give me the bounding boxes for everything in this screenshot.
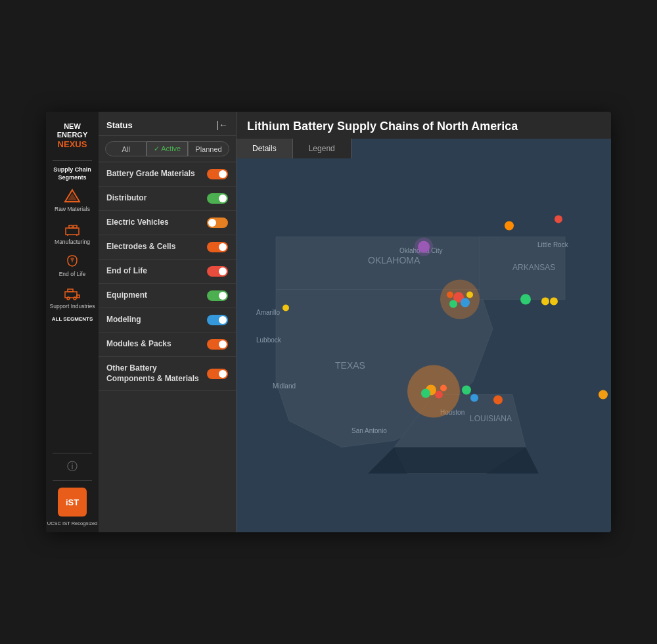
bottom-divider2: [53, 480, 92, 481]
ucsc-label: UCSC IST Recognized: [47, 520, 98, 527]
sidebar: NEW ENERGY NEXUS Supply Chain Segments R…: [46, 112, 99, 532]
filter-item-modules: Modules & Packs: [99, 333, 236, 357]
logo-nexus: NEXUS: [57, 139, 87, 150]
svg-point-35: [550, 298, 558, 306]
status-all-button[interactable]: All: [105, 141, 147, 156]
raw-materials-icon: [63, 188, 81, 204]
end-of-life-toggle[interactable]: [207, 266, 228, 277]
svg-rect-10: [68, 289, 73, 292]
filter-item-modeling: Modeling: [99, 308, 236, 333]
end-of-life-knob: [219, 267, 227, 275]
segment-label: Supply Chain Segments: [46, 164, 99, 183]
battery-grade-label: Battery Grade Materials: [106, 169, 207, 179]
filter-items: Battery Grade Materials Distributor Elec…: [99, 162, 236, 532]
modules-label: Modules & Packs: [106, 339, 207, 350]
equipment-knob: [219, 292, 227, 300]
logo-energy: ENERGY: [57, 131, 87, 139]
manufacturing-icon: [63, 221, 81, 237]
app-container: NEW ENERGY NEXUS Supply Chain Segments R…: [46, 112, 611, 532]
battery-grade-toggle[interactable]: [207, 169, 228, 179]
equipment-toggle[interactable]: [207, 290, 228, 301]
svg-point-45: [599, 390, 608, 400]
svg-text:ARKANSAS: ARKANSAS: [512, 263, 555, 272]
svg-point-42: [462, 386, 471, 395]
collapse-button[interactable]: |←: [216, 120, 228, 130]
raw-materials-label: Raw Materials: [55, 206, 90, 212]
electric-vehicles-toggle[interactable]: [207, 218, 228, 228]
svg-point-43: [470, 394, 478, 402]
tab-legend[interactable]: Legend: [293, 139, 351, 158]
svg-point-29: [461, 298, 470, 308]
end-of-life-label: End of Life: [59, 271, 86, 277]
filter-title: Status: [106, 120, 133, 130]
modules-knob: [219, 340, 227, 348]
filter-item-distributor: Distributor: [99, 187, 236, 211]
svg-point-26: [415, 238, 433, 256]
svg-point-41: [440, 385, 447, 392]
map-area: Lithium Battery Supply Chains of North A…: [237, 112, 611, 532]
bottom-divider: [53, 453, 92, 453]
battery-grade-knob: [219, 170, 227, 178]
svg-point-32: [447, 292, 453, 298]
electrodes-toggle[interactable]: [207, 242, 228, 252]
svg-point-34: [541, 298, 549, 306]
electrodes-label: Electrodes & Cells: [106, 242, 207, 252]
status-buttons: All ✓ Active Planned: [99, 136, 236, 162]
svg-text:TEXAS: TEXAS: [335, 360, 365, 371]
tab-details[interactable]: Details: [237, 139, 293, 158]
map-header: Lithium Battery Supply Chains of North A…: [237, 112, 611, 139]
all-segments[interactable]: ALL SEGMENTS: [46, 312, 99, 326]
end-of-life-filter-label: End of Life: [106, 266, 207, 277]
map-svg: OKLAHOMA TEXAS ARKANSAS LOUISIANA Amaril…: [237, 139, 611, 532]
svg-point-36: [283, 305, 289, 311]
modeling-toggle[interactable]: [207, 315, 228, 325]
logo-new: NEW: [57, 122, 87, 131]
filter-item-other-battery: Other Battery Components & Materials: [99, 357, 236, 391]
modules-toggle[interactable]: [207, 339, 228, 350]
modeling-knob: [219, 316, 227, 324]
svg-point-44: [493, 396, 503, 405]
svg-rect-3: [69, 225, 72, 228]
support-label: Support Industries: [50, 303, 95, 310]
filter-header: Status |←: [99, 112, 236, 136]
status-planned-button[interactable]: Planned: [188, 141, 229, 156]
filter-item-equipment: Equipment: [99, 284, 236, 308]
filter-item-end-of-life: End of Life: [99, 260, 236, 284]
filter-panel: Status |← All ✓ Active Planned Battery G…: [99, 112, 237, 532]
svg-point-33: [520, 294, 531, 305]
filter-item-electrodes: Electrodes & Cells: [99, 235, 236, 260]
support-icon: [63, 285, 81, 301]
end-of-life-icon: [63, 253, 81, 269]
other-battery-label: Other Battery Components & Materials: [106, 363, 207, 384]
map-content[interactable]: Details Legend OKLAHOMA TEXAS ARKANSAS: [237, 139, 611, 532]
ist-badge[interactable]: iST: [58, 488, 87, 517]
sidebar-item-manufacturing[interactable]: Manufacturing: [46, 216, 99, 248]
svg-text:Midland: Midland: [273, 382, 296, 390]
svg-rect-4: [74, 225, 77, 228]
svg-point-39: [435, 391, 443, 399]
info-icon[interactable]: ⓘ: [67, 460, 78, 474]
sidebar-item-end-of-life[interactable]: End of Life: [46, 248, 99, 280]
sidebar-item-support[interactable]: Support Industries: [46, 280, 99, 312]
filter-item-battery-grade: Battery Grade Materials: [99, 162, 236, 187]
electrodes-knob: [219, 243, 227, 251]
sidebar-item-raw-materials[interactable]: Raw Materials: [46, 183, 99, 215]
svg-text:Little Rock: Little Rock: [537, 241, 569, 248]
sidebar-divider: [53, 160, 92, 161]
distributor-toggle[interactable]: [207, 193, 228, 204]
sidebar-bottom: ⓘ iST UCSC IST Recognized: [47, 450, 98, 532]
svg-text:Amarillo: Amarillo: [256, 309, 281, 316]
electric-vehicles-knob: [208, 219, 216, 227]
other-battery-knob: [219, 370, 227, 378]
other-battery-toggle[interactable]: [207, 369, 228, 379]
svg-text:LOUISIANA: LOUISIANA: [470, 414, 512, 423]
svg-text:OKLAHOMA: OKLAHOMA: [368, 255, 420, 265]
electric-vehicles-label: Electric Vehicles: [106, 218, 207, 228]
filter-item-electric-vehicles: Electric Vehicles: [99, 211, 236, 235]
map-title: Lithium Battery Supply Chains of North A…: [247, 120, 600, 133]
svg-text:San Antonio: San Antonio: [351, 427, 387, 434]
svg-point-31: [466, 292, 473, 298]
status-active-button[interactable]: ✓ Active: [147, 141, 188, 156]
sidebar-nav: Raw Materials Manufacturing: [46, 183, 99, 450]
svg-text:Lubbock: Lubbock: [256, 336, 282, 344]
